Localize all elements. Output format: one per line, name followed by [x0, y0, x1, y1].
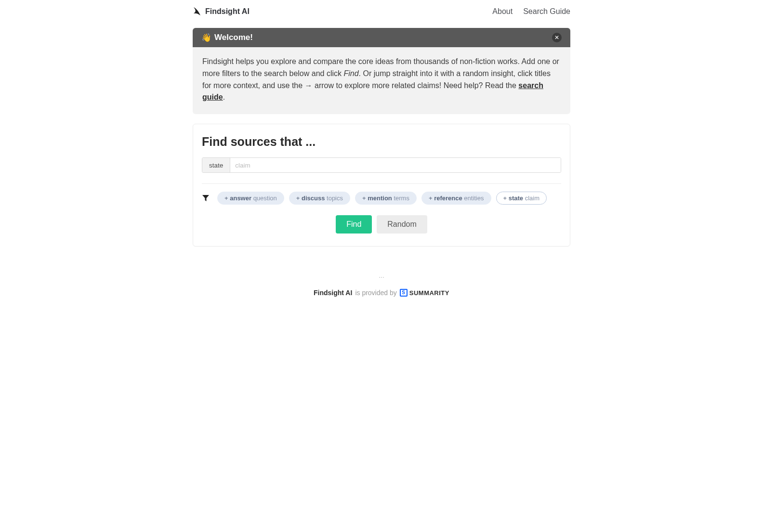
welcome-banner-body: Findsight helps you explore and compare … [193, 47, 570, 114]
welcome-find-word: Find [343, 69, 358, 78]
wave-icon: 👋 [201, 34, 211, 42]
chip-bold: mention [368, 195, 392, 202]
active-filter-tag[interactable]: state [202, 158, 230, 172]
top-nav: Findsight AI About Search Guide [193, 0, 570, 20]
search-card-title: Find sources that ... [202, 135, 561, 149]
chip-bold: state [509, 195, 523, 202]
provider-link[interactable]: S SUMMARITY [400, 289, 449, 297]
provider-badge-icon: S [400, 289, 408, 297]
chip-light: question [251, 195, 277, 202]
divider [202, 183, 561, 184]
footer-dots: ... [193, 272, 570, 279]
close-icon: ✕ [554, 34, 559, 41]
filter-chip-row: + answer question + discuss topics + men… [202, 192, 561, 205]
search-card: Find sources that ... state + answer que… [193, 124, 570, 247]
footer: ... Findsight AI is provided by S SUMMAR… [193, 272, 570, 297]
plus-icon: + [429, 195, 434, 202]
nav-links: About Search Guide [492, 7, 570, 16]
plus-icon: + [362, 195, 368, 202]
plus-icon: + [224, 195, 230, 202]
chip-discuss[interactable]: + discuss topics [289, 192, 350, 205]
filter-icon [202, 194, 210, 203]
find-button[interactable]: Find [336, 215, 372, 234]
action-row: Find Random [202, 215, 561, 234]
brand[interactable]: Findsight AI [193, 7, 250, 16]
chip-light: topics [325, 195, 343, 202]
welcome-text-3: arrow to explore more related claims! Ne… [313, 81, 519, 90]
footer-provided-by: is provided by [355, 289, 396, 297]
chip-light: entities [462, 195, 484, 202]
footer-line: Findsight AI is provided by S SUMMARITY [314, 289, 449, 297]
welcome-banner-title: 👋 Welcome! [201, 33, 253, 42]
random-button[interactable]: Random [377, 215, 427, 234]
chip-light: terms [392, 195, 409, 202]
footer-brand: Findsight AI [314, 289, 352, 297]
chip-light: claim [523, 195, 539, 202]
chip-mention[interactable]: + mention terms [355, 192, 417, 205]
chip-bold: discuss [302, 195, 325, 202]
chip-answer[interactable]: + answer question [217, 192, 284, 205]
chip-state[interactable]: + state claim [496, 192, 547, 205]
plus-icon: + [296, 195, 302, 202]
chip-bold: reference [434, 195, 462, 202]
plus-icon: + [503, 195, 509, 202]
arrow-icon: → [305, 81, 313, 90]
nav-link-search-guide[interactable]: Search Guide [523, 7, 570, 16]
chip-bold: answer [230, 195, 251, 202]
brand-logo-icon [193, 7, 201, 16]
claim-input[interactable] [230, 158, 561, 172]
welcome-banner-header: 👋 Welcome! ✕ [193, 28, 570, 47]
provider-name: SUMMARITY [409, 289, 449, 297]
welcome-banner: 👋 Welcome! ✕ Findsight helps you explore… [193, 28, 570, 114]
active-filter-row: state [202, 157, 561, 173]
welcome-text-4: . [223, 93, 225, 101]
nav-link-about[interactable]: About [492, 7, 513, 16]
brand-name: Findsight AI [205, 7, 250, 16]
chip-reference[interactable]: + reference entities [421, 192, 491, 205]
welcome-title-text: Welcome! [214, 33, 253, 42]
close-banner-button[interactable]: ✕ [552, 33, 562, 42]
